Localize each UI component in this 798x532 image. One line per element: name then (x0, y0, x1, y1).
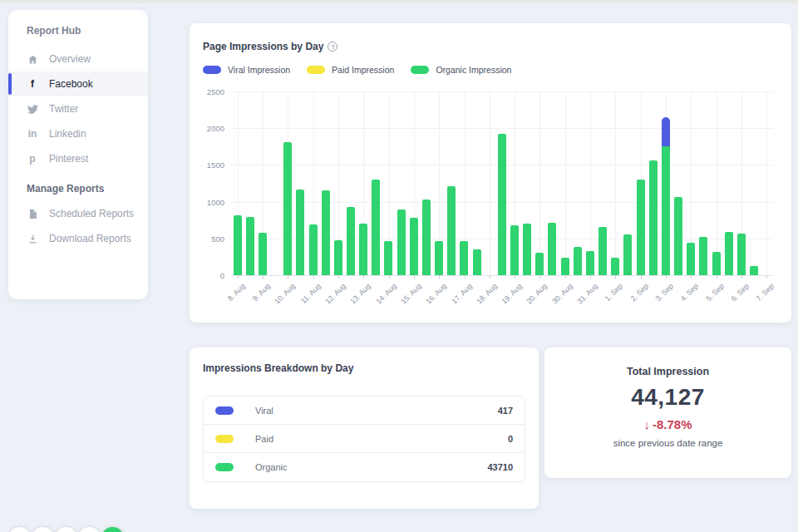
bar-slot[interactable] (622, 91, 634, 275)
y-tick-label: 1500 (191, 160, 224, 170)
bar-slot[interactable] (508, 91, 520, 275)
bar-slot[interactable] (747, 91, 760, 275)
bar-slot[interactable] (382, 91, 395, 275)
x-tick (515, 275, 515, 278)
bar-slot[interactable] (433, 91, 446, 275)
x-tick (363, 275, 364, 278)
bar-slot[interactable] (268, 91, 281, 275)
x-tick-label: 17. Aug (450, 282, 474, 306)
organic-segment (662, 146, 670, 275)
bar-slot[interactable] (458, 91, 470, 275)
dock-button[interactable] (32, 527, 54, 532)
sidebar-manage-nav: Scheduled ReportsDownload Reports (8, 201, 148, 251)
organic-segment (523, 224, 531, 275)
help-icon[interactable]: ? (328, 42, 337, 52)
bar-slots (231, 91, 773, 275)
organic-segment (674, 197, 682, 275)
organic-segment (712, 252, 721, 275)
breakdown-swatch (215, 435, 234, 443)
legend-item-1[interactable]: Paid Impression (307, 65, 394, 75)
bar-slot[interactable] (559, 91, 571, 275)
bar-slot[interactable] (697, 91, 710, 275)
organic-segment (347, 207, 355, 275)
bar-slot[interactable] (571, 91, 584, 275)
impression-bar (283, 142, 292, 275)
bar-slot[interactable] (370, 91, 382, 275)
bar-slot[interactable] (407, 91, 420, 275)
sidebar-item-overview[interactable]: Overview (8, 47, 148, 71)
x-tick-label: 2. Sep (628, 282, 649, 303)
top-edge-strip (0, 0, 798, 3)
impression-bar (662, 117, 670, 275)
sidebar: Report Hub OverviewfFacebookTwitterinLin… (8, 10, 148, 299)
bar-slot[interactable] (470, 91, 483, 275)
legend-item-0[interactable]: Viral Impression (203, 65, 290, 75)
bar-slot[interactable] (597, 91, 609, 275)
sidebar-item-pinterest[interactable]: pPinterest (8, 146, 148, 171)
bar-slot[interactable] (344, 91, 357, 275)
impression-bar (712, 252, 721, 275)
bar-slot[interactable] (609, 91, 622, 275)
dock-button[interactable] (78, 527, 101, 532)
bar-slot[interactable] (231, 91, 244, 275)
bar-slot[interactable] (256, 91, 268, 275)
sidebar-item-label: Pinterest (49, 153, 88, 165)
sidebar-item-download-reports[interactable]: Download Reports (8, 226, 148, 251)
bar-slot[interactable] (735, 91, 747, 275)
bar-slot[interactable] (446, 91, 458, 275)
legend-swatch (307, 66, 325, 74)
dock-button[interactable] (55, 527, 77, 532)
bar-slot[interactable] (584, 91, 596, 275)
impression-bar (347, 207, 355, 275)
dock-button[interactable] (8, 527, 31, 532)
sidebar-item-twitter[interactable]: Twitter (8, 96, 148, 121)
y-tick-label: 1000 (191, 198, 224, 207)
bar-slot[interactable] (647, 91, 659, 275)
organic-segment (460, 241, 468, 275)
bar-slot[interactable] (395, 91, 407, 275)
bar-slot[interactable] (294, 91, 307, 275)
bar-slot[interactable] (319, 91, 332, 275)
bar-slot[interactable] (521, 91, 534, 275)
legend-label: Organic Impression (436, 65, 511, 75)
breakdown-swatch (215, 463, 234, 471)
legend-item-2[interactable]: Organic Impression (411, 65, 511, 75)
breakdown-value: 43710 (487, 462, 513, 472)
x-tick (741, 275, 742, 278)
organic-segment (637, 180, 645, 275)
sidebar-item-facebook[interactable]: fFacebook (8, 71, 148, 96)
x-tick-label: 13. Aug (349, 282, 373, 306)
impression-bar (699, 237, 707, 275)
bar-slot[interactable] (634, 91, 647, 275)
bar-slot[interactable] (761, 91, 773, 275)
bar-slot[interactable] (710, 91, 722, 275)
bar-slot[interactable] (685, 91, 697, 275)
bar-slot[interactable] (420, 91, 432, 275)
sidebar-item-scheduled-reports[interactable]: Scheduled Reports (8, 201, 148, 226)
impression-bar (359, 224, 367, 275)
bar-slot[interactable] (546, 91, 559, 275)
sidebar-item-linkedin[interactable]: inLinkedin (8, 121, 148, 146)
bar-slot[interactable] (244, 91, 256, 275)
organic-segment (687, 243, 695, 275)
bar-slot[interactable] (357, 91, 370, 275)
impression-bar (750, 266, 758, 275)
bar-slot[interactable] (722, 91, 735, 275)
dock-button-active[interactable] (101, 527, 124, 532)
bar-slot[interactable] (659, 91, 672, 275)
bar-slot[interactable] (282, 91, 294, 275)
bar-slot[interactable] (534, 91, 546, 275)
bar-slot[interactable] (332, 91, 344, 275)
impression-bar (473, 249, 481, 275)
bar-slot[interactable] (307, 91, 319, 275)
x-tick (465, 275, 466, 278)
bar-slot[interactable] (495, 91, 508, 275)
bar-slot[interactable] (672, 91, 684, 275)
home-icon (27, 53, 38, 65)
bar-slot[interactable] (483, 91, 495, 275)
organic-segment (283, 142, 292, 275)
arrow-down-icon: ↓ (643, 417, 650, 431)
organic-segment (548, 223, 556, 275)
organic-segment (334, 240, 342, 275)
bar-chart-plot (231, 91, 773, 275)
